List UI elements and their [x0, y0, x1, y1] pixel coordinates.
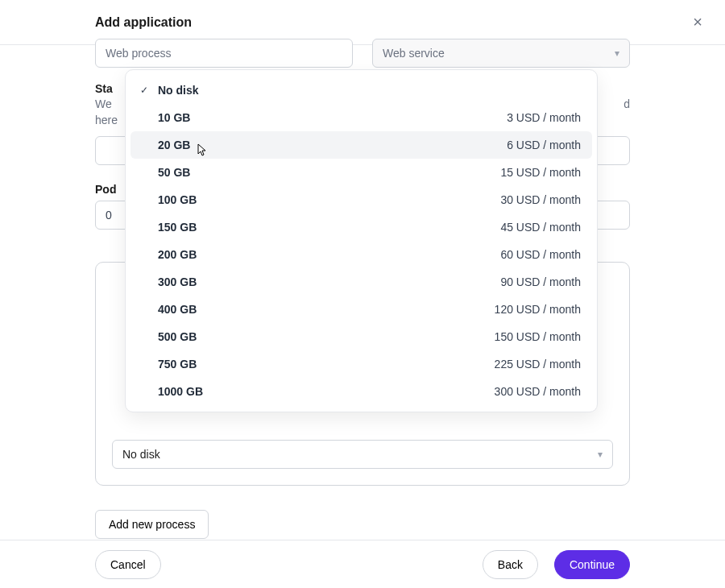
disk-option-size: 10 GB: [158, 111, 190, 124]
disk-size-select[interactable]: No disk ▾: [112, 440, 613, 469]
disk-option[interactable]: 100 GB30 USD / month: [130, 186, 592, 213]
disk-option-price: 30 USD / month: [500, 193, 581, 206]
disk-option-price: 60 USD / month: [500, 248, 581, 261]
disk-size-value: No disk: [122, 448, 160, 461]
cancel-button[interactable]: Cancel: [95, 550, 161, 579]
disk-option-size: 1000 GB: [158, 385, 203, 398]
disk-option-size: 400 GB: [158, 303, 197, 316]
footer-right: Back Continue: [483, 550, 630, 579]
back-button[interactable]: Back: [483, 550, 538, 579]
disk-option-size: 750 GB: [158, 358, 197, 371]
hint-fragment-1: We: [95, 97, 112, 110]
disk-option-price: 150 USD / month: [495, 330, 581, 343]
continue-label: Continue: [570, 558, 615, 571]
disk-option-price: 120 USD / month: [495, 303, 581, 316]
process-type-field: Web service ▾: [372, 39, 630, 68]
process-name-input[interactable]: Web process: [95, 39, 353, 68]
disk-option[interactable]: No disk: [130, 77, 592, 104]
pod-count-value: 0: [106, 209, 112, 222]
disk-option-price: 15 USD / month: [500, 166, 581, 179]
close-button[interactable]: ×: [686, 11, 709, 34]
disk-option[interactable]: 500 GB150 USD / month: [130, 323, 592, 350]
disk-option[interactable]: 20 GB6 USD / month: [130, 131, 592, 159]
disk-option[interactable]: 1000 GB300 USD / month: [130, 378, 592, 405]
disk-option-price: 6 USD / month: [507, 139, 581, 151]
process-type-select[interactable]: Web service ▾: [372, 39, 630, 68]
disk-option-size: 100 GB: [158, 193, 197, 206]
disk-option-price: 3 USD / month: [507, 111, 581, 124]
cancel-label: Cancel: [110, 558, 146, 571]
chevron-down-icon: ▾: [598, 449, 603, 460]
close-icon: ×: [693, 13, 702, 31]
continue-button[interactable]: Continue: [554, 550, 630, 579]
disk-option-size: No disk: [158, 84, 199, 97]
disk-option-size: 150 GB: [158, 221, 197, 234]
add-process-label: Add new process: [109, 518, 195, 531]
disk-option-size: 500 GB: [158, 330, 197, 343]
disk-option-price: 90 USD / month: [500, 275, 581, 288]
disk-option-price: 225 USD / month: [495, 358, 581, 371]
disk-option-size: 50 GB: [158, 166, 190, 179]
modal-footer: Cancel Back Continue: [0, 540, 725, 588]
hint-fragment-2: here: [95, 114, 118, 126]
disk-option-price: 45 USD / month: [500, 221, 581, 234]
disk-option[interactable]: 200 GB60 USD / month: [130, 241, 592, 268]
disk-option[interactable]: 150 GB45 USD / month: [130, 213, 592, 241]
disk-option-size: 300 GB: [158, 275, 197, 288]
disk-option[interactable]: 400 GB120 USD / month: [130, 296, 592, 323]
disk-option-size: 200 GB: [158, 248, 197, 261]
disk-options-dropdown: No disk10 GB3 USD / month20 GB6 USD / mo…: [125, 69, 598, 412]
process-row: Web process Web service ▾: [95, 39, 630, 68]
disk-option[interactable]: 50 GB15 USD / month: [130, 159, 592, 186]
process-name-field: Web process: [95, 39, 353, 68]
process-name-value: Web process: [106, 47, 171, 60]
page-title: Add application: [16, 15, 192, 30]
process-type-value: Web service: [383, 47, 445, 60]
disk-option-price: 300 USD / month: [495, 385, 581, 398]
back-label: Back: [498, 558, 523, 571]
disk-option[interactable]: 300 GB90 USD / month: [130, 268, 592, 296]
hint-fragment-right: d: [624, 97, 630, 113]
disk-option[interactable]: 10 GB3 USD / month: [130, 104, 592, 131]
disk-option[interactable]: 750 GB225 USD / month: [130, 350, 592, 378]
disk-option-size: 20 GB: [158, 139, 190, 151]
add-process-button[interactable]: Add new process: [95, 510, 209, 539]
chevron-down-icon: ▾: [615, 48, 619, 59]
